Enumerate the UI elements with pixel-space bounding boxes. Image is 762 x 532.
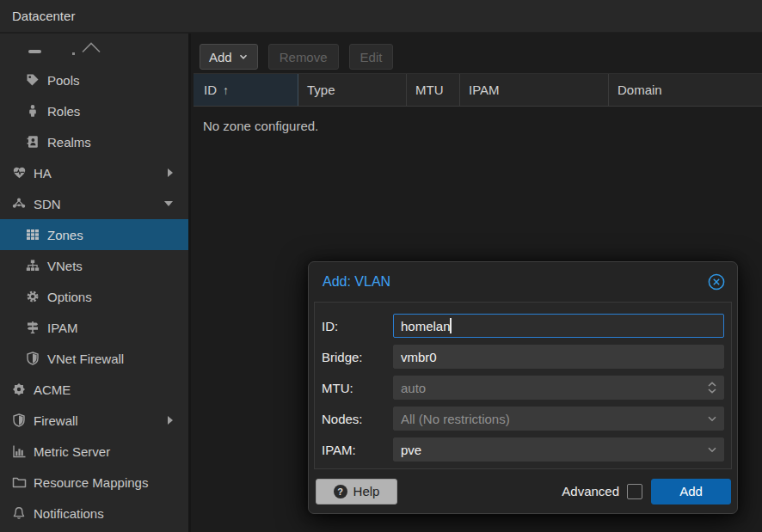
- form-row-bridge: Bridge:: [322, 345, 724, 369]
- sidebar-item-realms[interactable]: Realms: [0, 126, 188, 157]
- remove-button-label: Remove: [280, 50, 328, 64]
- add-button[interactable]: Add: [200, 44, 258, 70]
- bridge-field-wrap: [393, 345, 724, 369]
- ipam-select[interactable]: [394, 438, 723, 461]
- chevron-down-icon[interactable]: [164, 201, 173, 206]
- shield-icon: [11, 413, 27, 427]
- sidebar-item-label: Options: [47, 290, 92, 304]
- chevron-down-icon[interactable]: [705, 412, 719, 425]
- gear-icon: [25, 290, 40, 303]
- sidebar-item-vnets[interactable]: VNets: [0, 250, 188, 281]
- nodes-field-wrap: [393, 407, 724, 431]
- shield-icon: [25, 352, 40, 365]
- question-circle-icon: ?: [334, 485, 347, 498]
- table-header: ID ↑ Type MTU IPAM Domain: [194, 73, 762, 107]
- certificate-icon: [11, 382, 27, 396]
- column-header-ipam[interactable]: IPAM: [460, 74, 609, 106]
- sidebar-item-label: Metric Server: [34, 444, 110, 459]
- ipam-field-wrap: [393, 437, 724, 462]
- clipped-text-fragment: [72, 52, 75, 55]
- spinner-up-down-icon[interactable]: [705, 380, 719, 395]
- sidebar-item-label: Pools: [47, 73, 80, 88]
- map-signs-icon: [25, 321, 40, 334]
- sidebar-item-sdn[interactable]: SDN: [0, 188, 188, 219]
- sidebar-item-label: SDN: [34, 197, 61, 211]
- mtu-field-wrap: [393, 376, 724, 400]
- id-field-label: ID:: [322, 319, 393, 333]
- chevron-down-icon[interactable]: [705, 443, 719, 456]
- sidebar-item-label: IPAM: [47, 321, 78, 335]
- nodes-select[interactable]: [394, 407, 723, 430]
- column-header-id[interactable]: ID ↑: [194, 74, 298, 106]
- table-empty-message: No zone configured.: [194, 107, 762, 133]
- chevron-right-icon[interactable]: [168, 416, 173, 425]
- nodes-field-label: Nodes:: [322, 412, 393, 426]
- sidebar-item-zones[interactable]: Zones: [0, 219, 188, 250]
- help-button[interactable]: ? Help: [316, 479, 397, 504]
- sidebar-item-options[interactable]: Options: [0, 281, 188, 312]
- id-field-wrap: [393, 314, 724, 338]
- sidebar-item-firewall[interactable]: Firewall: [0, 405, 188, 436]
- sidebar-item-pools[interactable]: Pools: [0, 64, 188, 95]
- sidebar-item-metric-server[interactable]: Metric Server: [0, 436, 188, 467]
- remove-button[interactable]: Remove: [268, 44, 339, 70]
- folder-icon: [11, 475, 27, 489]
- caret-down-icon: [238, 52, 249, 62]
- top-bar: Datacenter: [0, 0, 762, 33]
- sidebar-item-notifications[interactable]: Notifications: [0, 498, 188, 529]
- form-row-nodes: Nodes:: [322, 407, 724, 431]
- edit-button-label: Edit: [360, 50, 383, 64]
- page-title: Datacenter: [12, 9, 75, 23]
- sidebar-item-vnet-firewall[interactable]: VNet Firewall: [0, 343, 188, 374]
- bridge-input[interactable]: [394, 345, 723, 368]
- sidebar-item-label: Firewall: [34, 413, 78, 428]
- advanced-checkbox[interactable]: [627, 484, 642, 499]
- sort-ascending-icon: ↑: [223, 83, 229, 97]
- sitemap-icon: [25, 259, 40, 272]
- column-header-type[interactable]: Type: [298, 74, 407, 106]
- tag-icon: [25, 73, 40, 87]
- sidebar: Pools Roles Realms HA SDN Zones: [0, 34, 191, 532]
- chevron-right-icon[interactable]: [168, 168, 173, 177]
- column-label: ID: [204, 83, 217, 97]
- form-row-id: ID:: [322, 314, 724, 338]
- sidebar-item-roles[interactable]: Roles: [0, 95, 188, 126]
- close-icon[interactable]: [707, 272, 726, 291]
- id-input[interactable]: [394, 315, 723, 337]
- add-submit-label: Add: [679, 484, 703, 498]
- sidebar-item-label: ACME: [34, 382, 71, 397]
- column-header-domain[interactable]: Domain: [609, 74, 762, 106]
- dialog-footer: ? Help Advanced Add: [309, 469, 737, 513]
- address-book-icon: [25, 135, 40, 149]
- grid-icon: [25, 228, 40, 242]
- column-label: Domain: [618, 83, 662, 97]
- sidebar-item-ha[interactable]: HA: [0, 157, 188, 188]
- sidebar-item-label: Resource Mappings: [34, 475, 148, 490]
- edit-button[interactable]: Edit: [349, 44, 394, 70]
- user-icon: [25, 104, 40, 118]
- sidebar-item-acme[interactable]: ACME: [0, 374, 188, 405]
- mtu-input[interactable]: [394, 376, 723, 399]
- sidebar-item-label: HA: [34, 166, 52, 180]
- dialog-header[interactable]: Add: VLAN: [309, 262, 737, 302]
- chart-bar-icon: [11, 444, 27, 458]
- column-header-mtu[interactable]: MTU: [407, 74, 460, 106]
- sidebar-item-resource-mappings[interactable]: Resource Mappings: [0, 467, 188, 498]
- sidebar-item-partial[interactable]: [0, 34, 188, 64]
- sidebar-item-ipam[interactable]: IPAM: [0, 312, 188, 343]
- sidebar-item-label: VNets: [47, 259, 83, 273]
- add-button-label: Add: [209, 50, 232, 64]
- heartbeat-icon: [11, 166, 27, 180]
- sidebar-item-label: Roles: [47, 104, 80, 119]
- clipped-icon: [28, 50, 41, 53]
- add-submit-button[interactable]: Add: [651, 479, 731, 504]
- column-label: IPAM: [469, 83, 500, 97]
- ipam-field-label: IPAM:: [322, 443, 393, 457]
- bell-icon: [11, 506, 27, 520]
- form-row-mtu: MTU:: [322, 376, 724, 400]
- form-row-ipam: IPAM:: [322, 437, 724, 462]
- column-label: MTU: [415, 83, 444, 97]
- sidebar-item-label: Zones: [47, 228, 83, 242]
- sidebar-item-label: Notifications: [34, 506, 104, 521]
- dialog-form: ID: Bridge: MTU: Nodes:: [314, 302, 732, 469]
